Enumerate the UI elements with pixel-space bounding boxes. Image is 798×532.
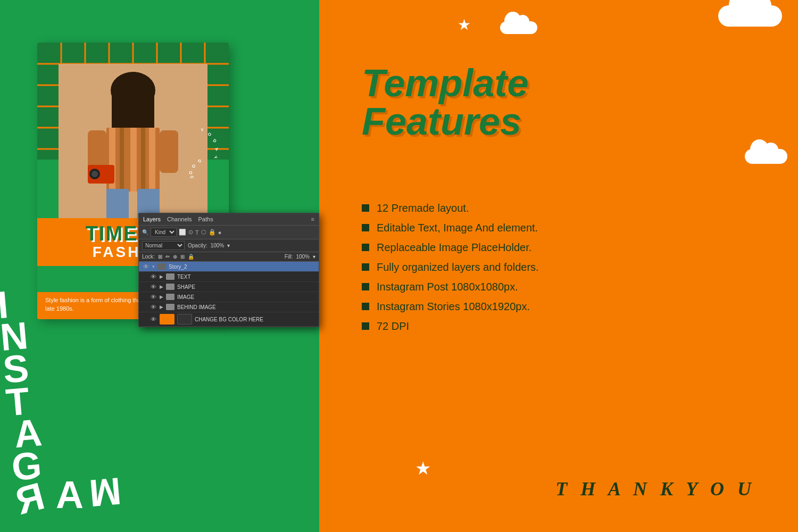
layer-eye-story2[interactable]: 👁 [142,263,149,270]
lock-artboard-icon[interactable]: ⊞ [180,254,185,260]
layer-item-image[interactable]: 👁 ▶ IMAGE [139,292,319,302]
layer-collapse-shape[interactable]: ▶ [160,284,163,289]
layer-collapse-story2[interactable]: ▾ [152,264,155,269]
cloud-top-right [718,5,782,27]
layers-tab-layers[interactable]: Layers [143,216,161,222]
opacity-label: Opacity: [188,243,207,248]
layers-blend-row: Normal Opacity: 100% ▾ [139,239,319,252]
layer-collapse-text[interactable]: ▶ [160,274,163,279]
lock-brush-icon[interactable]: ✏ [165,254,170,260]
star-bottom-left: ★ [415,458,431,479]
cloud-middle-right [745,149,787,164]
svg-rect-15 [112,90,154,133]
layer-name-behind-image: BEHIND IMAGE [177,304,216,310]
layers-list: 👁 ▾ Story_2 👁 ▶ TEXT 👁 ▶ SHAPE � [139,262,319,327]
type-icon[interactable]: T [195,229,199,236]
adjust-icon[interactable]: ⊙ [188,229,193,236]
features-list: 12 Premade layout. Editable Text, Image … [362,202,539,340]
layer-name-story2: Story_2 [169,264,187,270]
lock-label: Lock: [142,254,155,260]
feature-text-2: Editable Text, Image And element. [377,222,538,234]
layer-folder-icon-behind-image [166,304,174,310]
bullet-1 [362,204,369,212]
cloud-center-top [500,21,537,34]
feature-text-6: Instagram Stories 1080x1920px. [377,301,530,313]
blend-mode-dropdown[interactable]: Normal [142,241,185,250]
layer-name-image: IMAGE [177,294,194,300]
svg-rect-18 [120,128,124,192]
feature-text-4: Fully organized layers and folders. [377,261,539,273]
layers-lock-row: Lock: ⊠ ✏ ⊕ ⊞ 🔒 Fill: 100% ▾ [139,252,319,262]
layer-name-shape: SHAPE [177,284,195,290]
dot-icon[interactable]: ● [218,229,222,236]
bullet-2 [362,224,369,231]
shape-icon[interactable]: ⬡ [201,229,206,236]
layer-collapse-behind-image[interactable]: ▶ [160,304,163,310]
layers-tab-paths[interactable]: Paths [198,216,213,222]
feature-item-7: 72 DPI [362,320,539,332]
layer-folder-icon-image [166,294,174,300]
svg-point-30 [92,171,98,177]
svg-text:T: T [201,128,204,132]
lock-pixels-icon[interactable]: ⊠ [158,254,162,260]
lock-position-icon[interactable]: ⊕ [173,254,177,260]
bullet-4 [362,263,369,271]
layer-eye-image[interactable]: 👁 [149,294,157,300]
layers-toolbar: 🔍 Kind ⬜ ⊙ T ⬡ 🔒 ● [139,226,319,239]
opacity-chevron[interactable]: ▾ [227,243,230,248]
fill-value: 100% [296,254,310,260]
smart-icon[interactable]: 🔒 [209,229,216,236]
layer-folder-icon-story2 [157,263,166,270]
layer-folder-icon-shape [166,284,174,290]
layers-tab-channels[interactable]: Channels [167,216,192,222]
svg-text:O: O [192,163,196,169]
svg-text:O: O [207,131,212,137]
layer-item-behind-image[interactable]: 👁 ▶ BEHIND IMAGE [139,302,319,312]
layer-folder-icon-text [166,273,174,280]
layer-eye-behind-image[interactable]: 👁 [149,304,157,310]
svg-rect-21 [149,128,155,192]
feature-item-1: 12 Premade layout. [362,202,539,214]
right-panel: ★ ★ Template Features 12 Premade layout.… [319,0,798,532]
feature-item-5: Instagram Post 1080x1080px. [362,281,539,293]
thank-you-text: T H A N K Y O U [555,478,755,500]
pixel-icon[interactable]: ⬜ [179,229,186,236]
layer-thumb-orange [160,314,174,325]
template-features-title: Template Features [362,64,528,140]
feature-text-7: 72 DPI [377,320,409,332]
title-line2: Features [362,102,528,140]
layers-panel-header: Layers Channels Paths ≡ [139,213,319,226]
opacity-value: 100% [211,243,225,248]
bullet-7 [362,322,369,330]
svg-text:G: G [198,159,201,163]
fill-chevron[interactable]: ▾ [313,254,315,260]
feature-item-2: Editable Text, Image And element. [362,222,539,234]
svg-rect-20 [141,128,145,192]
layer-name-bg-color: CHANGE BG COLOR HERE [195,317,263,322]
layer-item-bg-color[interactable]: 👁 CHANGE BG COLOR HERE [139,312,319,327]
svg-rect-19 [130,128,137,192]
layer-eye-shape[interactable]: 👁 [149,284,157,290]
layers-panel[interactable]: Layers Channels Paths ≡ 🔍 Kind ⬜ ⊙ T ⬡ 🔒… [138,213,319,327]
rotating-text-decoration: T O D A Y G O O D [184,125,221,178]
layers-menu-icon[interactable]: ≡ [311,216,314,222]
bullet-5 [362,283,369,290]
lock-all-icon[interactable]: 🔒 [188,254,194,260]
layer-item-shape[interactable]: 👁 ▶ SHAPE [139,282,319,292]
search-icon: 🔍 [142,229,148,235]
svg-text:D: D [212,138,217,144]
feature-item-4: Fully organized layers and folders. [362,261,539,273]
feature-text-1: 12 Premade layout. [377,202,469,214]
fill-label: Fill: [285,254,293,260]
layer-eye-text[interactable]: 👁 [149,273,157,280]
layer-thumb-mask [177,314,192,325]
feature-item-6: Instagram Stories 1080x1920px. [362,301,539,313]
layer-name-text: TEXT [177,274,191,280]
layer-item-story2[interactable]: 👁 ▾ Story_2 [139,262,319,272]
svg-rect-23 [160,130,178,173]
layer-item-text[interactable]: 👁 ▶ TEXT [139,272,319,282]
instagram-vertical-text: I N S T A G R A M [0,280,119,516]
layer-collapse-image[interactable]: ▶ [160,294,163,300]
kind-dropdown[interactable]: Kind [151,228,177,237]
layer-eye-bg-color[interactable]: 👁 [149,316,157,322]
